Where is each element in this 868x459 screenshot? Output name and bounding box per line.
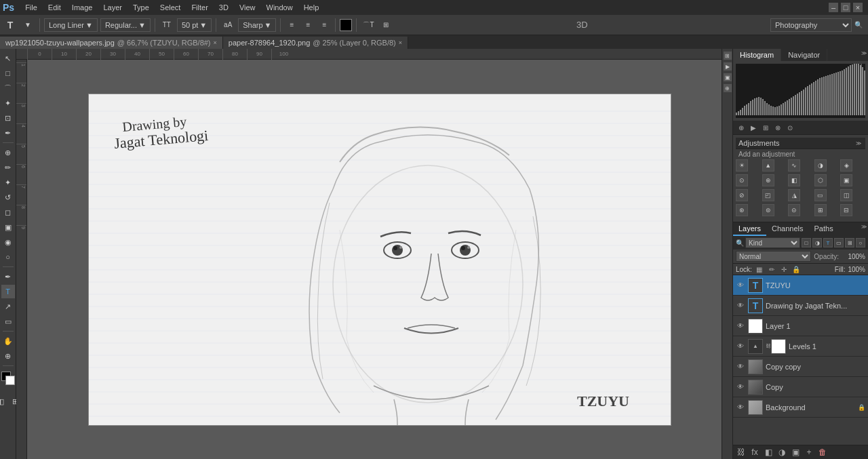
channel-mixer-adj[interactable]: ▣: [840, 174, 852, 186]
filter-toggle[interactable]: ○: [856, 238, 865, 247]
canvas-image[interactable]: Drawing by Jagat Teknologi: [88, 94, 671, 426]
align-left-btn[interactable]: ≡: [285, 18, 298, 32]
anti-alias-selector[interactable]: Sharp ▼: [238, 18, 276, 32]
color-balance-adj[interactable]: ⊕: [762, 174, 774, 186]
adjustments-collapse[interactable]: ≫: [854, 139, 863, 147]
menu-window[interactable]: Window: [261, 2, 298, 13]
menu-image[interactable]: Image: [66, 2, 98, 13]
filter-smart-icon[interactable]: ⊞: [845, 238, 854, 247]
histogram-icon-1[interactable]: ⊕: [736, 122, 747, 133]
adj-r4-3[interactable]: ⊝: [788, 204, 800, 216]
histogram-icon-2[interactable]: ▶: [748, 122, 759, 133]
curves-adj[interactable]: ∿: [788, 159, 800, 172]
heal-tool[interactable]: ⊕: [1, 146, 15, 159]
tab-paper[interactable]: paper-878964_1920.png @ 25% (Layer 0, RG…: [223, 37, 408, 49]
layer-layer1-eye[interactable]: 👁: [736, 321, 745, 331]
font-size-selector[interactable]: 50 pt ▼: [177, 18, 212, 32]
eraser-tool[interactable]: ◻: [1, 205, 15, 219]
filter-shape-icon[interactable]: ▭: [834, 238, 844, 247]
gradient-tool[interactable]: ▣: [1, 220, 15, 234]
layer-group-btn[interactable]: ▣: [790, 447, 801, 458]
stamp-tool[interactable]: ✦: [1, 176, 15, 189]
layer-drawing[interactable]: 👁 T Drawing by Jagat Tekn...: [733, 296, 868, 316]
hsl-adj[interactable]: ⊙: [736, 174, 748, 186]
type-tool[interactable]: T: [1, 285, 15, 298]
invert-adj[interactable]: ⊘: [736, 189, 748, 201]
levels-adj[interactable]: ▲: [762, 159, 774, 172]
lock-checkerboard[interactable]: ▦: [755, 264, 764, 274]
layers-collapse[interactable]: ≫: [860, 222, 868, 231]
layer-drawing-eye[interactable]: 👁: [736, 301, 745, 311]
exposure-adj[interactable]: ◑: [814, 159, 827, 172]
brush-tool[interactable]: ✏: [1, 161, 15, 174]
vibrance-adj[interactable]: ◈: [840, 159, 852, 172]
text-color-swatch[interactable]: [340, 19, 352, 31]
histogram-icon-4[interactable]: ⊗: [772, 122, 783, 133]
menu-file[interactable]: File: [20, 2, 43, 13]
layer-levels1[interactable]: 👁 ▲ ⛓ Levels 1: [733, 336, 868, 357]
canvas-properties-icon[interactable]: ⊞: [724, 52, 732, 60]
layer-bg-eye[interactable]: 👁: [736, 403, 745, 412]
layer-tzuyu-eye[interactable]: 👁: [736, 281, 745, 290]
font-family-selector[interactable]: Long Liner ▼: [44, 18, 98, 32]
canvas-icon-3[interactable]: ▣: [724, 73, 732, 81]
menu-help[interactable]: Help: [298, 2, 325, 13]
adj-r4-5[interactable]: ⊟: [840, 204, 852, 216]
channels-tab[interactable]: Channels: [766, 222, 808, 236]
layer-background[interactable]: 👁 Background 🔒: [733, 397, 868, 418]
hand-tool[interactable]: ✋: [1, 334, 15, 348]
lasso-tool[interactable]: ⌒: [1, 81, 15, 95]
gradient-map-adj[interactable]: ▭: [814, 189, 827, 201]
filter-pixel-icon[interactable]: □: [802, 238, 811, 247]
brightness-adj[interactable]: ☀: [736, 159, 748, 172]
menu-filter[interactable]: Filter: [186, 2, 213, 13]
background-color[interactable]: [5, 376, 15, 385]
toggle-char-panel-icon[interactable]: ⊞: [378, 18, 393, 33]
type-tool-icon[interactable]: T: [3, 18, 18, 33]
filter-adj-icon[interactable]: ◑: [812, 238, 822, 247]
photo-filter-adj[interactable]: ⬡: [814, 174, 827, 186]
layer-copy[interactable]: 👁 Copy: [733, 377, 868, 397]
layer-style-btn[interactable]: fx: [749, 447, 760, 458]
menu-layer[interactable]: Layer: [98, 2, 127, 13]
shape-tool[interactable]: ▭: [1, 315, 15, 328]
layer-mask-btn[interactable]: ◧: [763, 447, 774, 458]
adj-r4-1[interactable]: ⊛: [736, 204, 748, 216]
layer-new-btn[interactable]: +: [804, 447, 814, 458]
adj-r4-2[interactable]: ⊜: [762, 204, 774, 216]
menu-view[interactable]: View: [234, 2, 261, 13]
filter-text-icon[interactable]: T: [823, 238, 833, 247]
histogram-icon-5[interactable]: ⊙: [785, 122, 795, 133]
fill-value[interactable]: 100%: [848, 266, 865, 273]
layer-filter-type[interactable]: Kind: [745, 237, 800, 248]
eyedropper-tool[interactable]: ✒: [1, 126, 15, 140]
canvas-icon-4[interactable]: ⊕: [724, 84, 732, 92]
tab-tzuyu-close[interactable]: ×: [214, 39, 217, 46]
history-brush-tool[interactable]: ↺: [1, 191, 15, 204]
maximize-btn[interactable]: □: [841, 3, 850, 12]
tab-tzuyu[interactable]: wp1921050-tzuyu-wallpapers.jpg @ 66,7% (…: [0, 37, 223, 49]
lock-move[interactable]: ✛: [779, 264, 789, 274]
layer-delete-btn[interactable]: 🗑: [817, 447, 828, 458]
move-tool[interactable]: ↖: [1, 52, 15, 65]
layer-layer1[interactable]: 👁 Layer 1: [733, 316, 868, 336]
layer-copy-eye[interactable]: 👁: [736, 382, 745, 392]
tab-paper-close[interactable]: ×: [399, 39, 402, 46]
quick-mask-btn[interactable]: ◧: [0, 395, 7, 408]
layer-link-btn[interactable]: ⛓: [736, 447, 747, 458]
layer-tzuyu[interactable]: 👁 T TZUYU: [733, 275, 868, 296]
lock-all[interactable]: 🔒: [791, 264, 801, 274]
bw-adj[interactable]: ◧: [788, 174, 800, 186]
dodge-tool[interactable]: ○: [1, 250, 15, 264]
adj-r4-4[interactable]: ⊞: [814, 204, 827, 216]
zoom-tool[interactable]: ⊕: [1, 349, 15, 363]
layer-levels1-eye[interactable]: 👁: [736, 342, 745, 351]
paths-tab[interactable]: Paths: [809, 222, 839, 236]
blur-tool[interactable]: ◉: [1, 235, 15, 249]
blend-mode-selector[interactable]: Normal: [736, 251, 811, 262]
layer-adj-btn[interactable]: ◑: [776, 447, 787, 458]
workspace-search-icon[interactable]: 🔍: [852, 21, 865, 28]
tool-options-icon[interactable]: ▼: [20, 18, 35, 33]
histogram-collapse[interactable]: ≫: [860, 49, 868, 57]
minimize-btn[interactable]: –: [829, 3, 838, 12]
